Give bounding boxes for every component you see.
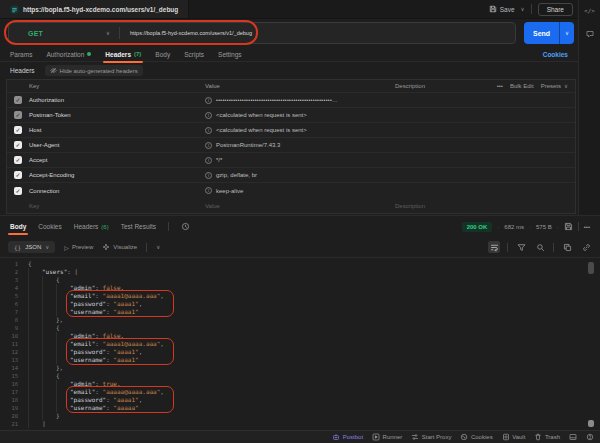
link-icon-button[interactable] <box>580 241 592 253</box>
status-badge[interactable]: 200 OK <box>462 222 493 232</box>
indent-guide <box>56 292 70 300</box>
response-time[interactable]: 682 ms <box>504 224 524 230</box>
request-tab-title: https://bopla.f5-hyd-xcdemo.com/users/v1… <box>23 6 178 13</box>
response-format-dropdown[interactable]: {} JSON ∨ <box>8 241 55 253</box>
send-options-chevron-icon[interactable]: ∨ <box>559 22 574 44</box>
request-icon <box>10 5 19 14</box>
header-row-connection[interactable]: ✓Connectionikeep-alive <box>7 183 575 198</box>
request-tab-authorization[interactable]: Authorization <box>46 47 91 62</box>
divider <box>146 243 147 252</box>
help-icon[interactable] <box>586 433 594 441</box>
header-key[interactable]: User-Agent <box>29 142 205 148</box>
code-line: 17"email": "aaaaa@aaaa.aaa", <box>0 388 600 396</box>
trash-button[interactable]: Trash <box>534 433 560 441</box>
header-checkbox[interactable]: ✓ <box>14 96 22 104</box>
header-key[interactable]: Host <box>29 127 205 133</box>
header-value-cell[interactable]: i*/* <box>205 157 395 164</box>
header-key[interactable]: Accept-Encoding <box>29 172 205 178</box>
request-tab-settings[interactable]: Settings <box>218 47 242 62</box>
save-button[interactable]: Save <box>489 5 515 13</box>
header-checkbox[interactable]: ✓ <box>14 141 22 149</box>
panel-toggle-icon[interactable] <box>569 433 577 441</box>
request-tab-headers[interactable]: Headers(7) <box>105 47 141 62</box>
hide-auto-generated-headers-button[interactable]: Hide auto-generated headers <box>45 65 143 76</box>
cookies-button[interactable]: Cookies <box>460 433 492 441</box>
header-value-cell[interactable]: igzip, deflate, br <box>205 172 395 179</box>
indent-guide <box>56 356 70 364</box>
method-selector[interactable]: GET ∨ <box>9 30 119 37</box>
request-tab-body[interactable]: Body <box>155 47 170 62</box>
request-tab-params[interactable]: Params <box>10 47 32 62</box>
response-body-viewer[interactable]: 1{2"users": [3{4"admin": false,5"email":… <box>0 260 600 430</box>
request-tab-scripts[interactable]: Scripts <box>184 47 204 62</box>
code-snippet-icon[interactable]: </> <box>584 7 595 14</box>
header-value-cell[interactable]: ikeep-alive <box>205 187 395 194</box>
runner-button[interactable]: Runner <box>372 433 402 441</box>
play-icon: ▷ <box>64 244 69 251</box>
header-row-postman-token[interactable]: ✓Postman-Tokeni<calculated when request … <box>7 108 575 123</box>
trash-label: Trash <box>545 434 560 440</box>
header-checkbox[interactable]: ✓ <box>14 171 22 179</box>
header-value: PostmanRuntime/7.43.3 <box>216 142 280 148</box>
header-row-host[interactable]: ✓Hosti<calculated when request is sent> <box>7 123 575 138</box>
description-placeholder[interactable]: Description <box>395 203 575 209</box>
indent-guide <box>28 324 42 332</box>
visualize-chevron-icon[interactable]: ∨ <box>156 244 160 250</box>
wrap-lines-button[interactable] <box>488 241 500 253</box>
header-key[interactable]: Connection <box>29 188 205 194</box>
save-menu-chevron-icon[interactable]: ∨ <box>521 6 525 12</box>
open-request-tab[interactable]: https://bopla.f5-hyd-xcdemo.com/users/v1… <box>0 0 189 18</box>
response-size[interactable]: 575 B <box>536 224 552 230</box>
header-value-cell[interactable]: iPostmanRuntime/7.43.3 <box>205 142 395 149</box>
comments-icon[interactable] <box>586 30 594 38</box>
header-value-cell[interactable]: i<calculated when request is sent> <box>205 112 395 119</box>
header-row-user-agent[interactable]: ✓User-AgentiPostmanRuntime/7.43.3 <box>7 138 575 153</box>
start-proxy-button[interactable]: Start Proxy <box>411 433 451 441</box>
url-input[interactable]: https://bopla.f5-hyd-xcdemo.com/users/v1… <box>120 30 252 36</box>
header-value: keep-alive <box>216 188 243 194</box>
header-checkbox[interactable]: ✓ <box>14 156 22 164</box>
indent-guide <box>42 388 56 396</box>
indent-guide <box>42 316 56 324</box>
presets-dropdown[interactable]: Presets ∨ <box>541 83 568 89</box>
preview-button[interactable]: ▷ Preview <box>64 244 93 251</box>
share-button[interactable]: Share <box>538 3 573 16</box>
postbot-button[interactable]: Postbot <box>332 433 363 441</box>
header-row-authorization[interactable]: ✓Authorizationi•••••••••••••••••••••••••… <box>7 93 575 108</box>
braces-icon: {} <box>14 244 21 251</box>
scrollbar-thumb[interactable] <box>588 420 594 427</box>
response-tab-cookies[interactable]: Cookies <box>38 219 61 234</box>
json-punctuation: : <box>95 332 102 340</box>
new-header-row[interactable]: Key Value Description <box>7 198 575 213</box>
line-number: 9 <box>0 324 18 332</box>
response-tab-body[interactable]: Body <box>10 219 26 234</box>
header-checkbox[interactable]: ✓ <box>14 126 22 134</box>
header-key[interactable]: Postman-Token <box>29 112 205 118</box>
response-more-options-icon[interactable]: ••• <box>584 224 590 230</box>
bulk-edit-button[interactable]: Bulk Edit <box>510 83 534 89</box>
search-button[interactable] <box>534 241 546 253</box>
more-options-icon[interactable]: ••• <box>497 83 503 89</box>
header-checkbox[interactable]: ✓ <box>14 111 22 119</box>
vault-button[interactable]: Vault <box>502 433 526 441</box>
header-value-cell[interactable]: i•••••••••••••••••••••••••••••••••••••••… <box>205 97 395 104</box>
cookies-link[interactable]: Cookies <box>543 51 568 58</box>
json-punctuation: : <box>106 356 113 364</box>
scrollbar-thumb[interactable] <box>588 262 594 274</box>
copy-button[interactable] <box>561 241 573 253</box>
filter-button[interactable] <box>515 241 527 253</box>
response-history-icon[interactable] <box>181 222 190 231</box>
header-checkbox[interactable]: ✓ <box>14 187 22 195</box>
save-response-icon[interactable] <box>564 222 573 231</box>
send-button[interactable]: Send <box>524 22 559 44</box>
header-row-accept-encoding[interactable]: ✓Accept-Encodingigzip, deflate, br <box>7 168 575 183</box>
visualize-button[interactable]: Visualize <box>102 243 137 251</box>
header-key[interactable]: Accept <box>29 157 205 163</box>
value-placeholder[interactable]: Value <box>205 203 395 209</box>
response-tab-headers[interactable]: Headers(6) <box>74 219 109 234</box>
key-placeholder[interactable]: Key <box>29 203 205 209</box>
header-value-cell[interactable]: i<calculated when request is sent> <box>205 127 395 134</box>
header-key[interactable]: Authorization <box>29 97 205 103</box>
response-tab-test-results[interactable]: Test Results <box>121 219 156 234</box>
header-row-accept[interactable]: ✓Accepti*/* <box>7 153 575 168</box>
